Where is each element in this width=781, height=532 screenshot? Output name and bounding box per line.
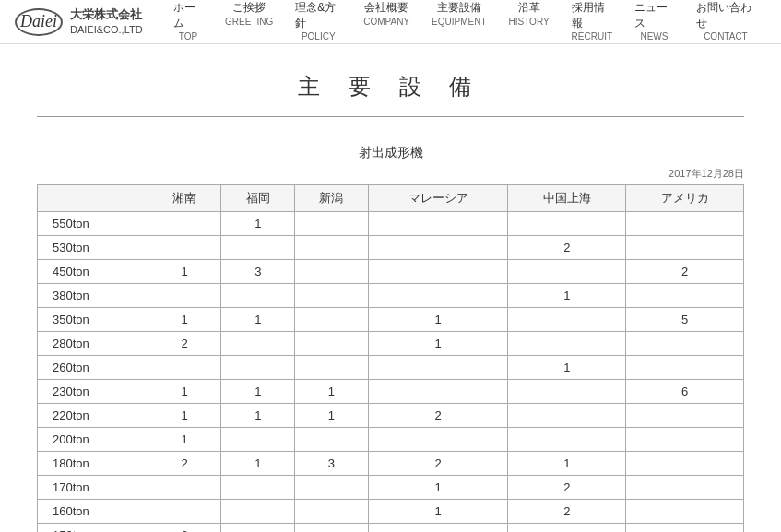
nav-label-en: GREETING [225, 16, 273, 29]
row-cell [508, 212, 626, 236]
section-title: 射出成形機 [37, 145, 744, 161]
table-row: 220ton1112 [38, 404, 744, 428]
table-row: 200ton1 [38, 428, 744, 452]
row-cell [368, 428, 508, 452]
nav-label-jp: ニュース [634, 0, 674, 30]
nav-label-jp: 沿革 [518, 0, 540, 16]
row-cell: 1 [221, 212, 295, 236]
row-label: 220ton [38, 404, 148, 428]
row-label: 550ton [38, 212, 148, 236]
nav-item-recruit[interactable]: 採用情報RECRUIT [561, 0, 623, 45]
nav-item-top[interactable]: ホームTOP [162, 0, 214, 45]
row-cell [508, 260, 626, 284]
row-cell [626, 428, 744, 452]
nav-item-equipment[interactable]: 主要設備EQUIPMENT [420, 0, 497, 45]
nav-item-news[interactable]: ニュースNEWS [623, 0, 685, 45]
row-cell [368, 284, 508, 308]
row-label: 380ton [38, 284, 148, 308]
row-cell: 1 [148, 428, 221, 452]
row-cell [368, 236, 508, 260]
row-cell [221, 428, 295, 452]
row-cell [148, 284, 221, 308]
nav-item-company[interactable]: 会社概要COMPANY [352, 0, 420, 45]
row-cell: 1 [148, 404, 221, 428]
table-row: 280ton21 [38, 332, 744, 356]
row-cell: 3 [295, 452, 369, 476]
nav-item-contact[interactable]: お問い合わせCONTACT [685, 0, 766, 45]
row-cell [295, 356, 369, 380]
company-name-en: DAIEI&CO.,LTD [70, 23, 143, 37]
row-cell [221, 236, 295, 260]
col-label [38, 185, 148, 212]
row-cell: 1 [221, 404, 295, 428]
row-cell [148, 236, 221, 260]
row-cell: 1 [368, 332, 508, 356]
nav-label-jp: 主要設備 [437, 0, 481, 16]
row-cell [221, 476, 295, 500]
row-cell [295, 500, 369, 524]
nav-label-en: EQUIPMENT [432, 16, 486, 29]
row-cell [295, 236, 369, 260]
row-label: 160ton [38, 500, 148, 524]
row-cell: 1 [508, 356, 626, 380]
table-row: 550ton1 [38, 212, 744, 236]
row-cell: 1 [148, 380, 221, 404]
row-cell [626, 236, 744, 260]
row-cell: 1 [368, 476, 508, 500]
row-cell [626, 284, 744, 308]
row-label: 280ton [38, 332, 148, 356]
table-row: 450ton132 [38, 260, 744, 284]
row-cell [626, 476, 744, 500]
nav-label-en: HISTORY [509, 16, 550, 29]
row-cell [368, 524, 508, 533]
row-cell [295, 284, 369, 308]
row-cell: 5 [626, 308, 744, 332]
main-content: 主 要 設 備 射出成形機 2017年12月28日 湘南福岡新潟マレーシア中国上… [0, 44, 781, 532]
nav-label-jp: ホーム [173, 0, 203, 30]
row-cell: 1 [508, 284, 626, 308]
row-cell [221, 500, 295, 524]
row-cell: 1 [148, 308, 221, 332]
row-cell [508, 308, 626, 332]
row-cell [221, 524, 295, 533]
nav-label-en: RECRUIT [572, 30, 612, 43]
row-cell [508, 332, 626, 356]
nav-label-jp: 採用情報 [572, 0, 612, 30]
row-cell [508, 380, 626, 404]
row-cell [148, 476, 221, 500]
row-cell: 2 [148, 332, 221, 356]
col-header-中国上海: 中国上海 [508, 185, 626, 212]
nav-label-jp: 理念&方針 [295, 0, 341, 30]
table-row: 160ton12 [38, 500, 744, 524]
row-cell [368, 380, 508, 404]
nav-item-greeting[interactable]: ご挨拶GREETING [214, 0, 284, 45]
row-cell: 2 [368, 404, 508, 428]
table-row: 350ton1115 [38, 308, 744, 332]
row-label: 230ton [38, 380, 148, 404]
row-label: 350ton [38, 308, 148, 332]
equipment-table: 湘南福岡新潟マレーシア中国上海アメリカ 550ton1530ton2450ton… [37, 184, 744, 532]
row-cell: 1 [221, 380, 295, 404]
nav-label-en: NEWS [640, 30, 668, 43]
row-cell [508, 404, 626, 428]
nav-label-en: POLICY [302, 30, 336, 43]
row-cell [295, 476, 369, 500]
row-cell [626, 212, 744, 236]
row-cell: 1 [295, 404, 369, 428]
row-cell [508, 524, 626, 533]
logo-area: Daiei 大栄株式会社 DAIEI&CO.,LTD [15, 6, 162, 38]
nav-item-history[interactable]: 沿革HISTORY [498, 0, 561, 45]
row-cell: 2 [508, 476, 626, 500]
row-label: 180ton [38, 452, 148, 476]
row-label: 150ton [38, 524, 148, 533]
nav-item-policy[interactable]: 理念&方針POLICY [284, 0, 352, 45]
row-cell [626, 452, 744, 476]
row-cell [295, 212, 369, 236]
row-cell [508, 428, 626, 452]
row-label: 450ton [38, 260, 148, 284]
row-cell [626, 404, 744, 428]
row-label: 170ton [38, 476, 148, 500]
row-cell [626, 332, 744, 356]
row-cell: 1 [295, 380, 369, 404]
col-header-福岡: 福岡 [221, 185, 295, 212]
